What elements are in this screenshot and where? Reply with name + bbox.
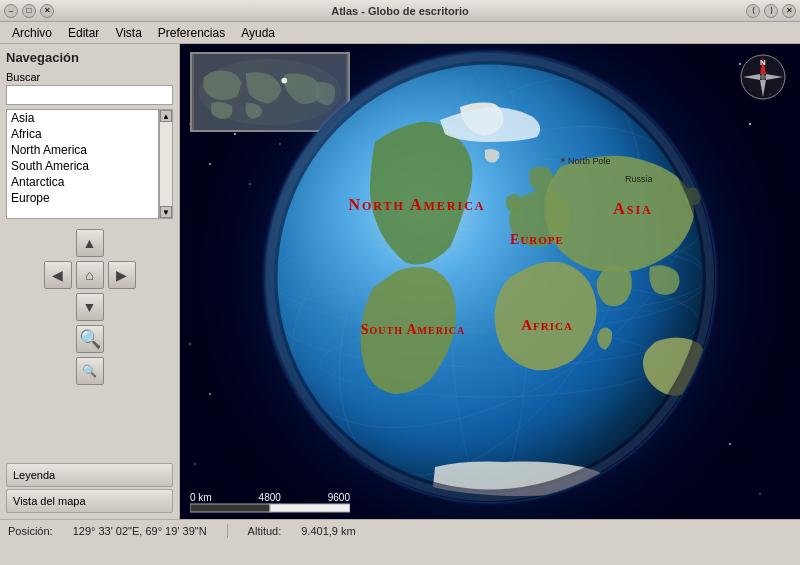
close-button[interactable]: ✕ [40,4,54,18]
globe-container: NORTH AMERICA ASIA EUROPE SOUTH AMERICA [210,74,770,479]
list-scrollbar: ▲ ▼ [159,109,173,219]
nav-row-middle: ◀ ⌂ ▶ [44,261,136,289]
statusbar: Posición: 129° 33' 02"E, 69° 19' 39"N Al… [0,519,800,541]
svg-point-17 [189,343,191,345]
sidebar-bottom: Leyenda Vista del mapa [6,463,173,513]
position-label: Posición: [8,525,53,537]
sidebar-title: Navegación [6,50,173,65]
svg-text:NORTH AMERICA: NORTH AMERICA [348,196,485,213]
continent-list[interactable]: Asia Africa North America South America … [6,109,159,219]
window-title: Atlas - Globo de escritorio [54,5,746,17]
menu-ayuda[interactable]: Ayuda [233,24,283,42]
menubar: Archivo Editar Vista Preferencias Ayuda [0,22,800,44]
position-value: 129° 33' 02"E, 69° 19' 39"N [73,525,207,537]
globe-area[interactable]: N [180,44,800,519]
menu-vista[interactable]: Vista [107,24,149,42]
altitude-label: Altitud: [248,525,282,537]
scale-label-0: 0 km [190,492,212,503]
continent-list-container: Asia Africa North America South America … [6,109,173,219]
svg-text:ASIA: ASIA [613,200,653,217]
zoom-out-btn[interactable]: 🔍 [76,357,104,385]
svg-rect-53 [190,504,270,512]
svg-point-51 [561,158,565,162]
main-layout: Navegación Buscar Asia Africa North Amer… [0,44,800,519]
svg-rect-54 [270,504,350,512]
search-label: Buscar [6,71,173,83]
scale-bar: 0 km 4800 9600 [190,492,350,513]
titlebar: – □ ✕ Atlas - Globo de escritorio ⟨ ⟩ ✕ [0,0,800,22]
search-input[interactable] [6,85,173,105]
scroll-track [160,122,172,206]
svg-text:AFRICA: AFRICA [521,317,573,333]
sidebar: Navegación Buscar Asia Africa North Amer… [0,44,180,519]
window-controls[interactable]: – □ ✕ [4,4,54,18]
nav-up-btn[interactable]: ▲ [76,229,104,257]
scale-label-end: 9600 [328,492,350,503]
nav-row-up: ▲ [76,229,104,257]
menu-editar[interactable]: Editar [60,24,107,42]
svg-text:EUROPE: EUROPE [510,232,564,247]
globe-sphere[interactable]: NORTH AMERICA ASIA EUROPE SOUTH AMERICA [265,52,715,502]
zoom-in-btn[interactable]: 🔍 [76,325,104,353]
continent-item-antarctica[interactable]: Antarctica [7,174,158,190]
menu-preferencias[interactable]: Preferencias [150,24,233,42]
continent-item-south-america[interactable]: South America [7,158,158,174]
nav-left-btn[interactable]: ◀ [44,261,72,289]
titlebar-btn3[interactable]: ✕ [782,4,796,18]
zoom-controls: 🔍 [76,325,104,353]
zoom-out-row: 🔍 [76,357,104,385]
scale-labels: 0 km 4800 9600 [190,492,350,503]
menu-archivo[interactable]: Archivo [4,24,60,42]
restore-button[interactable]: □ [22,4,36,18]
titlebar-btn2[interactable]: ⟩ [764,4,778,18]
scale-track [190,503,350,513]
svg-text:North Pole: North Pole [568,156,611,166]
nav-home-btn[interactable]: ⌂ [76,261,104,289]
continent-item-europe[interactable]: Europe [7,190,158,206]
altitude-value: 9.401,9 km [301,525,355,537]
svg-text:SOUTH AMERICA: SOUTH AMERICA [361,322,466,337]
vista-mapa-button[interactable]: Vista del mapa [6,489,173,513]
svg-point-21 [759,493,761,495]
svg-point-19 [194,463,195,464]
continent-item-asia[interactable]: Asia [7,110,158,126]
svg-point-37 [280,277,700,367]
globe-map-svg: NORTH AMERICA ASIA EUROPE SOUTH AMERICA [265,52,715,502]
continent-item-africa[interactable]: Africa [7,126,158,142]
nav-down-btn[interactable]: ▼ [76,293,104,321]
nav-right-btn[interactable]: ▶ [108,261,136,289]
scroll-up-btn[interactable]: ▲ [160,110,172,122]
scale-label-mid: 4800 [259,492,281,503]
titlebar-right-controls: ⟨ ⟩ ✕ [746,4,796,18]
nav-row-down: ▼ [76,293,104,321]
nav-controls: ▲ ◀ ⌂ ▶ ▼ 🔍 🔍 [6,229,173,385]
continent-item-north-america[interactable]: North America [7,142,158,158]
status-divider [227,524,228,538]
titlebar-btn1[interactable]: ⟨ [746,4,760,18]
minimize-button[interactable]: – [4,4,18,18]
scroll-down-btn[interactable]: ▼ [160,206,172,218]
leyenda-button[interactable]: Leyenda [6,463,173,487]
svg-text:N: N [760,58,766,67]
svg-text:Russia: Russia [625,174,653,184]
